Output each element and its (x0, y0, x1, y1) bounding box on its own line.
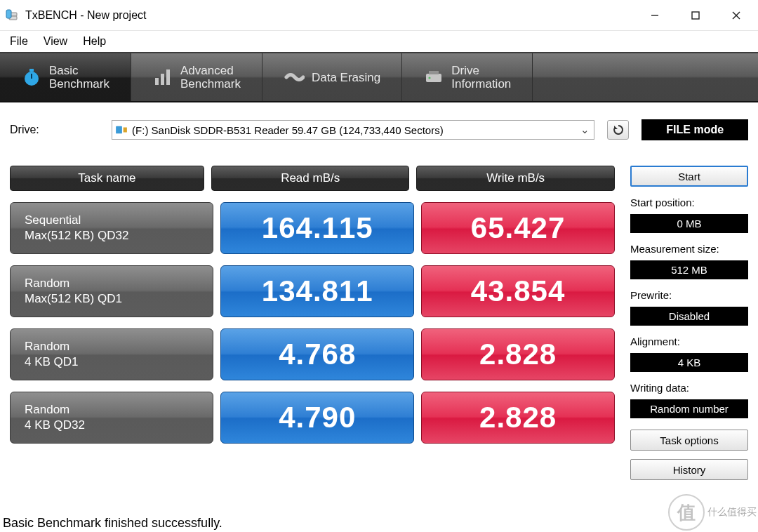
task-line1: Random (25, 339, 213, 354)
svg-rect-2 (6, 10, 11, 18)
svg-rect-11 (161, 74, 164, 85)
alignment-label: Alignment: (630, 335, 748, 347)
tab-label: Basic (49, 64, 109, 77)
app-icon (6, 8, 20, 22)
task-name[interactable]: Random 4 KB QD32 (10, 392, 213, 444)
task-line1: Random (25, 276, 213, 291)
bars-icon (152, 67, 173, 88)
drive-icon (423, 67, 444, 88)
task-name[interactable]: Sequential Max(512 KB) QD32 (10, 202, 213, 254)
minimize-button[interactable] (634, 1, 675, 29)
alignment-value[interactable]: 4 KB (630, 353, 748, 372)
toolbar: BasicBenchmark AdvancedBenchmark Data Er… (0, 52, 758, 102)
tab-label: Data Erasing (312, 71, 380, 84)
write-value[interactable]: 43.854 (421, 265, 615, 317)
task-line2: 4 KB QD32 (25, 418, 213, 433)
tab-label: Benchmark (49, 77, 109, 91)
task-name[interactable]: Random Max(512 KB) QD1 (10, 265, 213, 317)
window-title: TxBENCH - New project (25, 9, 146, 22)
task-line2: 4 KB QD1 (25, 354, 213, 370)
write-value[interactable]: 2.828 (421, 328, 615, 380)
watermark: 值 什么值得买 (668, 494, 757, 531)
history-button[interactable]: History (630, 459, 748, 480)
watermark-text: 什么值得买 (707, 506, 757, 519)
main-row: Task name Read mB/s Write mB/s Sequentia… (10, 166, 748, 480)
status-text: Basic Benchmark finished successfully. (3, 516, 222, 531)
read-value[interactable]: 4.768 (220, 328, 414, 380)
chevron-down-icon: ⌄ (578, 124, 591, 136)
content: Drive: (F:) SanDisk SDDR-B531 Reader 59.… (0, 102, 758, 480)
side-panel: Start Start position: 0 MB Measurement s… (630, 166, 748, 480)
refresh-button[interactable] (607, 120, 629, 140)
write-value[interactable]: 2.828 (421, 392, 615, 444)
file-mode-button[interactable]: FILE mode (641, 119, 748, 140)
menu-file[interactable]: File (10, 35, 28, 48)
menu-view[interactable]: View (44, 35, 67, 48)
svg-rect-16 (116, 126, 122, 134)
start-position-value[interactable]: 0 MB (630, 214, 748, 233)
result-row: Sequential Max(512 KB) QD32 164.115 65.4… (10, 202, 615, 254)
refresh-icon (612, 124, 625, 136)
write-value[interactable]: 65.427 (421, 202, 615, 254)
window-controls (634, 1, 757, 29)
menu-help[interactable]: Help (83, 35, 106, 48)
task-name[interactable]: Random 4 KB QD1 (10, 328, 213, 380)
result-row: Random 4 KB QD32 4.790 2.828 (10, 392, 615, 444)
tab-basic-benchmark[interactable]: BasicBenchmark (0, 53, 131, 101)
maximize-button[interactable] (675, 1, 716, 29)
sdcard-icon (115, 125, 128, 135)
svg-rect-4 (692, 12, 699, 19)
svg-rect-17 (124, 128, 127, 133)
svg-rect-8 (29, 69, 34, 72)
results: Task name Read mB/s Write mB/s Sequentia… (10, 166, 615, 480)
result-row: Random 4 KB QD1 4.768 2.828 (10, 328, 615, 380)
tab-label: Information (451, 77, 511, 91)
close-button[interactable] (716, 1, 757, 29)
header-write: Write mB/s (416, 166, 615, 191)
svg-rect-14 (429, 71, 439, 74)
stopwatch-icon (21, 67, 42, 88)
task-line1: Random (25, 402, 213, 418)
task-options-button[interactable]: Task options (630, 430, 748, 451)
start-position-label: Start position: (630, 197, 748, 208)
svg-rect-10 (155, 78, 159, 85)
tab-data-erasing[interactable]: Data Erasing (262, 53, 402, 101)
tab-label: Advanced (180, 64, 241, 77)
menubar: File View Help (0, 31, 758, 52)
results-header: Task name Read mB/s Write mB/s (10, 166, 615, 191)
measurement-size-label: Measurement size: (630, 243, 748, 255)
task-line1: Sequential (25, 213, 213, 228)
erase-icon (284, 67, 305, 88)
svg-rect-12 (166, 69, 170, 85)
measurement-size-value[interactable]: 512 MB (630, 260, 748, 279)
read-value[interactable]: 134.811 (220, 265, 414, 317)
drive-select[interactable]: (F:) SanDisk SDDR-B531 Reader 59.47 GB (… (112, 120, 594, 140)
writing-data-label: Writing data: (630, 382, 748, 394)
tab-label: Drive (451, 64, 511, 77)
prewrite-value[interactable]: Disabled (630, 307, 748, 326)
tab-label: Benchmark (180, 77, 241, 91)
drive-value: (F:) SanDisk SDDR-B531 Reader 59.47 GB (… (132, 124, 444, 136)
watermark-icon: 值 (668, 494, 705, 531)
svg-point-15 (429, 77, 431, 79)
read-value[interactable]: 164.115 (220, 202, 414, 254)
header-task: Task name (10, 166, 204, 191)
tab-drive-information[interactable]: DriveInformation (402, 53, 533, 101)
prewrite-label: Prewrite: (630, 289, 748, 301)
task-line2: Max(512 KB) QD32 (25, 228, 213, 244)
header-read: Read mB/s (211, 166, 410, 191)
titlebar: TxBENCH - New project (0, 0, 758, 31)
drive-row: Drive: (F:) SanDisk SDDR-B531 Reader 59.… (10, 119, 748, 140)
start-button[interactable]: Start (630, 166, 748, 187)
result-row: Random Max(512 KB) QD1 134.811 43.854 (10, 265, 615, 317)
tab-advanced-benchmark[interactable]: AdvancedBenchmark (131, 53, 262, 101)
task-line2: Max(512 KB) QD1 (25, 291, 213, 307)
svg-rect-13 (426, 74, 441, 82)
read-value[interactable]: 4.790 (220, 392, 414, 444)
writing-data-value[interactable]: Random number (630, 399, 748, 418)
drive-label: Drive: (10, 124, 99, 136)
